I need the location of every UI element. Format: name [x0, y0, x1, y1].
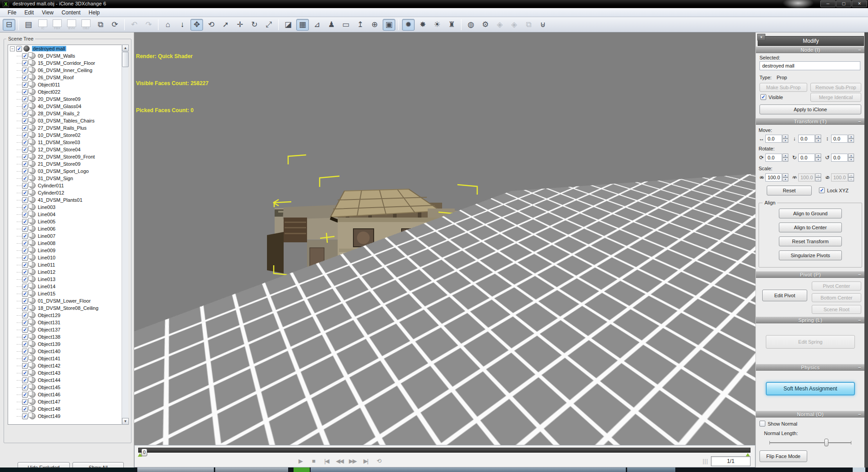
tree-item-label[interactable]: Object142: [38, 363, 60, 368]
shop-cart-button-icon[interactable]: ⊎: [537, 19, 549, 31]
menu-file[interactable]: File: [4, 9, 20, 17]
tree-item-label[interactable]: Cylinder011: [38, 183, 64, 188]
windows-taskbar[interactable]: [0, 467, 868, 472]
spinner-arrows[interactable]: ▲▼: [782, 154, 788, 162]
tree-item-label[interactable]: 03_DVSM_Tables_Chairs: [38, 118, 95, 123]
taskbar-button[interactable]: [215, 467, 288, 472]
tree-item[interactable]: ✓41_DVSM_Plants01: [8, 196, 128, 204]
tree-item-label[interactable]: 28_DVSM_Rails_2: [38, 111, 80, 116]
tree-item[interactable]: ✓Object142: [8, 362, 128, 369]
axis-display-toggle-icon[interactable]: ⊿: [311, 19, 323, 31]
tree-item-label[interactable]: Line008: [38, 241, 55, 246]
tree-item-label[interactable]: Object141: [38, 356, 60, 361]
visibility-checkbox[interactable]: ✓: [22, 370, 28, 376]
soft-mesh-assignment-button[interactable]: Soft Mesh Assignment: [766, 382, 855, 395]
visibility-checkbox[interactable]: ✓: [22, 161, 28, 167]
close-button[interactable]: ✕: [852, 0, 867, 7]
tree-item[interactable]: ✓Object137: [8, 326, 128, 333]
tree-item-label[interactable]: Object149: [38, 413, 60, 419]
visibility-checkbox[interactable]: ✓: [22, 269, 28, 275]
tree-item[interactable]: ✓06_DVSM_Inner_Ceiling: [8, 67, 128, 74]
restore-button[interactable]: ▢: [836, 0, 851, 7]
pan-camera-tool-icon[interactable]: ✥: [190, 19, 203, 31]
tree-item[interactable]: ✓Object147: [8, 398, 128, 405]
menu-view[interactable]: View: [38, 9, 58, 17]
tree-item-label[interactable]: Object144: [38, 377, 60, 383]
flip-face-mode-button[interactable]: Flip Face Mode: [760, 450, 807, 462]
visibility-checkbox[interactable]: ✓: [22, 197, 28, 203]
tree-item[interactable]: ✓Object140: [8, 348, 128, 355]
visibility-checkbox[interactable]: ✓: [22, 284, 28, 290]
tree-item[interactable]: ✓Line010: [8, 254, 128, 261]
visibility-checkbox[interactable]: ✓: [22, 190, 28, 196]
tree-item-label[interactable]: 01_DVSM_Lower_Floor: [38, 298, 90, 304]
move-y-field[interactable]: 0.0: [798, 135, 815, 143]
scale-x-field[interactable]: 100.0: [765, 173, 782, 182]
point-light-toggle-icon[interactable]: ✸: [416, 19, 429, 31]
tree-item[interactable]: ✓Object143: [8, 369, 128, 377]
tree-item[interactable]: ✓Line013: [8, 276, 128, 283]
tree-item-label[interactable]: 20_DVSM_Store09: [38, 96, 81, 102]
visibility-checkbox[interactable]: ✓: [22, 219, 28, 225]
tree-item[interactable]: ✓Line008: [8, 240, 128, 247]
visibility-checkbox[interactable]: ✓: [22, 363, 28, 369]
visibility-checkbox[interactable]: ✓: [22, 262, 28, 268]
loop-icon[interactable]: ⟲: [375, 457, 382, 465]
visibility-checkbox[interactable]: ✓: [22, 255, 28, 261]
visibility-checkbox[interactable]: ✓: [22, 291, 28, 297]
spinner-arrows[interactable]: ▲▼: [815, 135, 821, 143]
tree-item[interactable]: ✓Line014: [8, 283, 128, 290]
tree-item-label[interactable]: Cylinder012: [38, 190, 64, 195]
rewind-icon[interactable]: ◀◀: [336, 457, 343, 465]
stop-icon[interactable]: ■: [310, 457, 317, 465]
collapse-icon[interactable]: −: [858, 118, 861, 125]
collapse-icon[interactable]: −: [858, 317, 861, 323]
collapse-icon[interactable]: −: [858, 411, 861, 418]
visibility-checkbox[interactable]: ✓: [22, 75, 28, 81]
visibility-checkbox[interactable]: ✓: [22, 104, 28, 109]
tree-item[interactable]: ✓Object129: [8, 312, 128, 319]
character-display-toggle-icon[interactable]: ♟: [325, 19, 338, 31]
tree-item[interactable]: ✓01_DVSM_Lower_Floor: [8, 297, 128, 304]
tree-item-label[interactable]: Line006: [38, 226, 55, 231]
export-content-button-icon[interactable]: ⧉: [94, 19, 107, 31]
tree-item[interactable]: ✓09_DVSM_Walls: [8, 52, 128, 59]
section-header-transform[interactable]: Transform (T) −: [756, 118, 865, 125]
globe-display-toggle-icon[interactable]: ⊕: [368, 19, 381, 31]
panel-scrollbar[interactable]: [864, 32, 868, 467]
tree-item[interactable]: ✓Line005: [8, 218, 128, 225]
move-x-field[interactable]: 0.0: [765, 135, 782, 143]
viewport-expand-icon[interactable]: ◱: [744, 437, 754, 444]
taskbar-button[interactable]: [627, 467, 675, 472]
visibility-checkbox[interactable]: ✓: [22, 413, 28, 419]
timeline-frame-handle[interactable]: 0: [141, 449, 147, 456]
tree-item[interactable]: ✓Line006: [8, 225, 128, 232]
visibility-checkbox[interactable]: ✓: [22, 147, 28, 153]
singularize-pivots-button[interactable]: Singularize Pivots: [779, 250, 842, 260]
visibility-checkbox[interactable]: ✓: [22, 96, 28, 102]
visibility-checkbox[interactable]: ✓: [22, 118, 28, 124]
tree-item-label[interactable]: Line003: [38, 204, 55, 210]
tree-item[interactable]: ✓22_DVSM_Store09_Front: [8, 153, 128, 160]
visibility-checkbox[interactable]: ✓: [22, 392, 28, 398]
visibility-checkbox[interactable]: ✓: [22, 399, 28, 405]
frame-selected-button-icon[interactable]: ▣: [383, 19, 395, 31]
scale-object-tool-icon[interactable]: ⤢: [262, 19, 275, 31]
visibility-checkbox[interactable]: ✓: [22, 53, 28, 59]
visibility-checkbox[interactable]: ✓: [22, 82, 28, 88]
move-z-field[interactable]: 0.0: [831, 135, 848, 143]
tree-item[interactable]: ✓03_DVSM_Tables_Chairs: [8, 117, 128, 124]
tree-item[interactable]: ✓Object145: [8, 384, 128, 391]
visibility-checkbox[interactable]: ✓: [22, 305, 28, 311]
tree-item[interactable]: ✓Line012: [8, 268, 128, 276]
tree-item-label[interactable]: Line009: [38, 248, 55, 253]
tree-item[interactable]: ✓20_DVSM_Store09: [8, 95, 128, 103]
tree-item-label[interactable]: Object131: [38, 320, 60, 325]
tree-item[interactable]: ✓12_DVSM_Store04: [8, 146, 128, 153]
edit-pivot-button[interactable]: Edit Pivot: [762, 290, 807, 301]
tree-item[interactable]: ✓27_DVSM_Rails_Plus: [8, 124, 128, 132]
fast-forward-icon[interactable]: ▶▶: [349, 457, 356, 465]
tree-item[interactable]: ✓26_DVSM_Roof: [8, 74, 128, 81]
tree-item-label[interactable]: Line004: [38, 212, 55, 217]
visibility-checkbox[interactable]: ✓: [22, 183, 28, 189]
